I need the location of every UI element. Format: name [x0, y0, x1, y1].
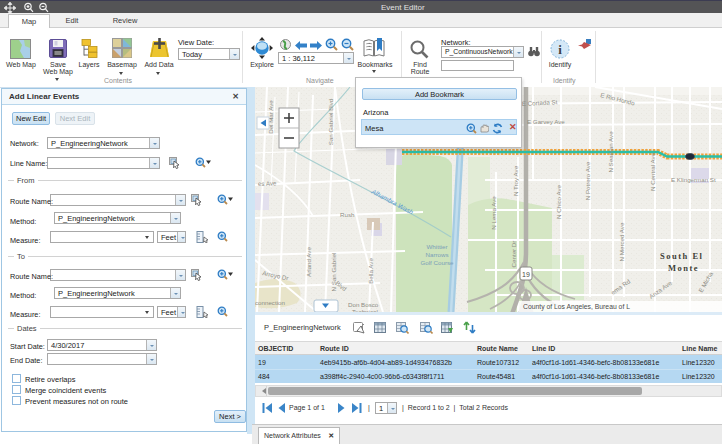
- svg-text:i: i: [558, 42, 562, 57]
- svg-text:Bella Ave: Bella Ave: [367, 258, 374, 284]
- svg-text:San Gabriel Blvd: San Gabriel Blvd: [327, 98, 334, 145]
- svg-text:Monte: Monte: [668, 263, 699, 273]
- svg-text:N Seaman Ave: N Seaman Ave: [607, 131, 614, 173]
- svg-text:N Merced Ave: N Merced Ave: [618, 222, 625, 261]
- svg-text:connection: connection: [255, 299, 285, 306]
- svg-text:es Ave: es Ave: [258, 179, 277, 187]
- svg-text:Golf Course: Golf Course: [420, 259, 454, 266]
- svg-text:Center Dr: Center Dr: [510, 241, 517, 268]
- svg-text:N Potrero Ave: N Potrero Ave: [584, 161, 591, 200]
- svg-text:N Lema Ave: N Lema Ave: [490, 196, 497, 230]
- svg-text:Whittier: Whittier: [427, 243, 448, 250]
- svg-text:E Klingerman St: E Klingerman St: [671, 176, 716, 183]
- svg-text:Don Bosco: Don Bosco: [348, 301, 379, 308]
- svg-text:E Garvey Ave: E Garvey Ave: [527, 118, 565, 125]
- svg-text:South El: South El: [660, 251, 703, 261]
- svg-text:Rush: Rush: [340, 211, 355, 218]
- svg-text:County of Los Angeles, Bureau: County of Los Angeles, Bureau of L: [523, 303, 630, 311]
- svg-text:19: 19: [522, 271, 530, 278]
- svg-text:Arland Ave: Arland Ave: [305, 247, 312, 277]
- svg-text:Narrows: Narrows: [425, 251, 448, 258]
- svg-text:N Chico Ave: N Chico Ave: [555, 184, 562, 218]
- svg-text:N Central Ave: N Central Ave: [649, 152, 656, 191]
- svg-text:N Troy Ave: N Troy Ave: [512, 165, 519, 196]
